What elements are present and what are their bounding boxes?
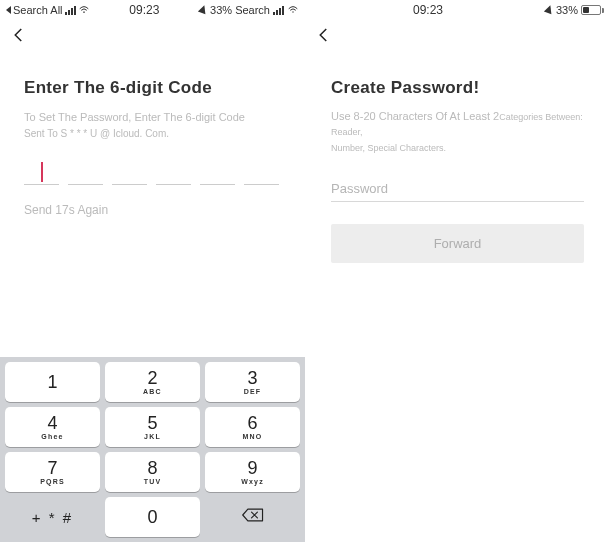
keypad-2[interactable]: 2ABC	[105, 362, 200, 402]
keypad-1[interactable]: 1	[5, 362, 100, 402]
resend-label[interactable]: Send 17s Again	[24, 203, 281, 217]
keypad-0[interactable]: 0	[105, 497, 200, 537]
code-digit-2[interactable]	[68, 161, 103, 185]
subtitle-line1: To Set The Password, Enter The 6-digit C…	[24, 111, 245, 123]
status-search-label: Search	[235, 4, 270, 16]
svg-point-0	[83, 11, 84, 12]
keypad-4[interactable]: 4Ghee	[5, 407, 100, 447]
back-button[interactable]	[10, 30, 28, 47]
create-password-content: Create Password! Use 8-20 Characters Of …	[305, 56, 610, 263]
back-button[interactable]	[315, 30, 333, 47]
keypad-3[interactable]: 3DEF	[205, 362, 300, 402]
status-bar: 09:23 33%	[305, 0, 610, 18]
status-time: 09:23	[129, 3, 159, 17]
battery-percent-label: 33%	[556, 4, 578, 16]
location-icon	[198, 4, 208, 14]
code-input-row[interactable]	[24, 161, 281, 185]
code-digit-1[interactable]	[24, 161, 59, 185]
page-title: Create Password!	[331, 78, 584, 98]
wifi-icon	[287, 4, 299, 16]
back-triangle-icon	[6, 6, 11, 14]
screen-create-password: 09:23 33% Create Password! Use 8-20 Char…	[305, 0, 610, 542]
keypad-7[interactable]: 7PQRS	[5, 452, 100, 492]
status-right: 33%	[545, 4, 604, 16]
keypad-9[interactable]: 9Wxyz	[205, 452, 300, 492]
code-digit-5[interactable]	[200, 161, 235, 185]
svg-point-1	[292, 11, 293, 12]
forward-button[interactable]: Forward	[331, 224, 584, 263]
cursor-icon	[41, 162, 43, 182]
screen-enter-code: Search All 09:23 33% Search Enter T	[0, 0, 305, 542]
backspace-icon	[242, 507, 264, 527]
keypad-8[interactable]: 8TUV	[105, 452, 200, 492]
battery-percent-label: 33%	[210, 4, 232, 16]
wifi-icon	[78, 4, 90, 16]
code-digit-6[interactable]	[244, 161, 279, 185]
status-right: 33% Search	[199, 4, 299, 16]
page-title: Enter The 6-digit Code	[24, 78, 281, 98]
battery-icon	[581, 5, 604, 15]
keypad-backspace[interactable]	[205, 497, 300, 537]
signal-bars-icon	[273, 6, 284, 15]
nav-bar	[0, 18, 305, 56]
status-bar: Search All 09:23 33% Search	[0, 0, 305, 18]
keypad-5[interactable]: 5JKL	[105, 407, 200, 447]
password-input[interactable]: Password	[331, 181, 584, 202]
enter-code-content: Enter The 6-digit Code To Set The Passwo…	[0, 56, 305, 217]
code-digit-3[interactable]	[112, 161, 147, 185]
nav-bar	[305, 18, 610, 56]
signal-bars-icon	[65, 6, 76, 15]
page-subtitle: To Set The Password, Enter The 6-digit C…	[24, 109, 281, 141]
status-left: Search All	[6, 4, 90, 16]
keypad-6[interactable]: 6MNO	[205, 407, 300, 447]
page-subtitle: Use 8-20 Characters Of At Least 2Categor…	[331, 109, 584, 155]
status-time: 09:23	[413, 3, 443, 17]
code-digit-4[interactable]	[156, 161, 191, 185]
status-app-label: Search All	[13, 4, 63, 16]
numeric-keypad: 1 2ABC 3DEF 4Ghee 5JKL 6MNO 7PQRS 8TUV 9…	[0, 357, 305, 542]
subtitle-line2: Sent To S * * * U @ Icloud. Com.	[24, 126, 281, 141]
location-icon	[544, 4, 554, 14]
keypad-symbols[interactable]: + * #	[5, 497, 100, 537]
